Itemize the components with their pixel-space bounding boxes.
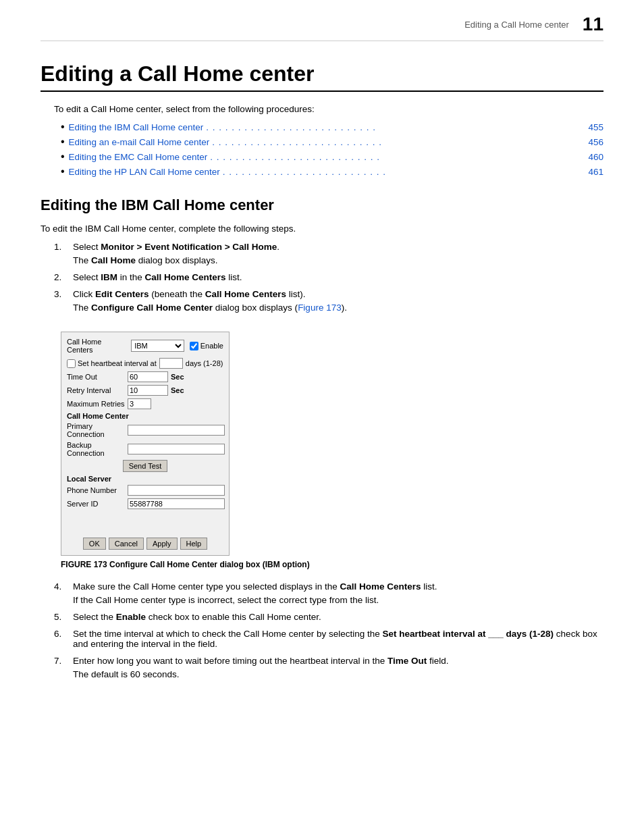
step-3-sub: The Configure Call Home Center dialog bo… <box>73 303 603 313</box>
phone-label: Phone Number <box>67 486 128 494</box>
remaining-steps: 4. Make sure the Call Home center type y… <box>54 581 603 679</box>
toc-link-4[interactable]: Editing the HP LAN Call Home center <box>69 167 220 177</box>
page-number: 11 <box>583 14 603 35</box>
section-title: Editing the IBM Call Home center <box>41 197 603 214</box>
step-5-text: Select the Enable check box to enable th… <box>73 612 321 622</box>
local-server-label: Local Server <box>67 475 223 483</box>
toc-page-2: 456 <box>583 137 603 147</box>
step-4-body: Make sure the Call Home center type you … <box>73 581 603 605</box>
step-3: 3. Click Edit Centers (beneath the Call … <box>54 289 603 313</box>
enable-checkbox[interactable] <box>190 342 198 350</box>
dialog-container: Call Home Centers IBM Enable Set heartbe… <box>61 332 310 569</box>
call-home-centers-select[interactable]: IBM <box>131 340 184 352</box>
call-home-center-section-label: Call Home Center <box>67 412 223 420</box>
toc-item-2[interactable]: • Editing an e-mail Call Home center . .… <box>61 136 603 148</box>
enable-label: Enable <box>200 342 223 350</box>
server-id-input[interactable] <box>128 498 225 509</box>
backup-label: Backup Connection <box>67 441 128 457</box>
toc-item-3[interactable]: • Editing the EMC Call Home center . . .… <box>61 151 603 163</box>
intro-text: To edit a Call Home center, select from … <box>54 104 603 114</box>
enable-checkbox-row: Enable <box>190 342 223 350</box>
figure-link[interactable]: Figure 173 <box>298 303 342 313</box>
section-intro: To edit the IBM Call Home center, comple… <box>41 224 603 234</box>
step-6-text: Set the time interval at which to check … <box>73 629 597 649</box>
help-button[interactable]: Help <box>180 538 208 550</box>
ok-button[interactable]: OK <box>83 538 106 550</box>
send-test-row: Send Test <box>67 460 223 472</box>
max-retries-row: Maximum Retries <box>67 398 223 409</box>
phone-row: Phone Number <box>67 485 223 496</box>
call-home-centers-label: Call Home Centers <box>67 338 128 354</box>
heartbeat-checkbox[interactable] <box>67 359 76 368</box>
timeout-row: Time Out Sec <box>67 371 223 382</box>
dialog-header-row: Call Home Centers IBM Enable <box>67 338 223 354</box>
retry-input[interactable] <box>128 385 168 396</box>
backup-connection-row: Backup Connection <box>67 441 223 457</box>
retry-row: Retry Interval Sec <box>67 385 223 396</box>
step-2-text: Select IBM in the Call Home Centers list… <box>73 272 242 282</box>
apply-button[interactable]: Apply <box>146 538 178 550</box>
step-2: 2. Select IBM in the Call Home Centers l… <box>54 272 603 282</box>
primary-label: Primary Connection <box>67 422 128 438</box>
step-1-sub: The Call Home dialog box displays. <box>73 255 603 265</box>
heartbeat-label: Set heartbeat interval at <box>78 359 157 367</box>
steps-list: 1. Select Monitor > Event Notification >… <box>54 242 603 313</box>
toc-link-3[interactable]: Editing the EMC Call Home center <box>69 152 208 162</box>
step-2-body: Select IBM in the Call Home Centers list… <box>73 272 603 282</box>
heartbeat-input[interactable] <box>159 358 183 369</box>
figure-caption-text: FIGURE 173 Configure Call Home Center di… <box>61 560 310 569</box>
step-7-text: Enter how long you want to wait before t… <box>73 656 449 666</box>
figure-caption: FIGURE 173 Configure Call Home Center di… <box>61 560 310 569</box>
cancel-button[interactable]: Cancel <box>109 538 144 550</box>
toc-dots-4: . . . . . . . . . . . . . . . . . . . . … <box>223 167 581 177</box>
primary-connection-row: Primary Connection <box>67 422 223 438</box>
step-1: 1. Select Monitor > Event Notification >… <box>54 242 603 265</box>
heartbeat-row: Set heartbeat interval at days (1-28) <box>67 358 223 369</box>
toc-bullet-3: • <box>61 151 65 163</box>
step-3-text: Click Edit Centers (beneath the Call Hom… <box>73 289 305 299</box>
step-1-body: Select Monitor > Event Notification > Ca… <box>73 242 603 265</box>
retry-label: Retry Interval <box>67 386 128 394</box>
step-6-number: 6. <box>54 629 73 649</box>
max-retries-label: Maximum Retries <box>67 400 128 408</box>
toc-page-1: 455 <box>583 122 603 132</box>
step-4-text: Make sure the Call Home center type you … <box>73 581 437 592</box>
page-header: Editing a Call Home center 11 <box>41 14 603 41</box>
step-2-number: 2. <box>54 272 73 282</box>
send-test-button[interactable]: Send Test <box>123 460 168 472</box>
toc-list: • Editing the IBM Call Home center . . .… <box>61 121 603 178</box>
toc-bullet-4: • <box>61 165 65 178</box>
retry-unit: Sec <box>171 386 184 394</box>
phone-input[interactable] <box>128 485 225 496</box>
primary-input[interactable] <box>128 425 225 436</box>
step-4-number: 4. <box>54 581 73 605</box>
server-id-row: Server ID <box>67 498 223 509</box>
dialog-button-row: OK Cancel Apply Help <box>67 538 223 550</box>
toc-item-4[interactable]: • Editing the HP LAN Call Home center . … <box>61 165 603 178</box>
max-retries-input[interactable] <box>128 398 151 409</box>
header-section-title: Editing a Call Home center <box>464 20 569 30</box>
toc-link-2[interactable]: Editing an e-mail Call Home center <box>69 137 210 147</box>
toc-bullet-2: • <box>61 136 65 148</box>
toc-link-1[interactable]: Editing the IBM Call Home center <box>69 122 204 132</box>
step-6-body: Set the time interval at which to check … <box>73 629 603 649</box>
step-1-text: Select Monitor > Event Notification > Ca… <box>73 242 279 252</box>
step-6: 6. Set the time interval at which to che… <box>54 629 603 649</box>
server-id-label: Server ID <box>67 500 128 508</box>
timeout-input[interactable] <box>128 371 168 382</box>
configure-dialog: Call Home Centers IBM Enable Set heartbe… <box>61 332 230 556</box>
step-7-sub: The default is 60 seconds. <box>73 669 603 679</box>
toc-dots-1: . . . . . . . . . . . . . . . . . . . . … <box>206 122 581 132</box>
step-5-number: 5. <box>54 612 73 622</box>
toc-dots-3: . . . . . . . . . . . . . . . . . . . . … <box>210 152 581 162</box>
toc-page-3: 460 <box>583 152 603 162</box>
step-4-sub: If the Call Home center type is incorrec… <box>73 595 603 605</box>
toc-dots-2: . . . . . . . . . . . . . . . . . . . . … <box>212 137 581 147</box>
backup-input[interactable] <box>128 444 225 454</box>
toc-page-4: 461 <box>583 167 603 177</box>
step-4: 4. Make sure the Call Home center type y… <box>54 581 603 605</box>
step-7-number: 7. <box>54 656 73 679</box>
toc-bullet-1: • <box>61 121 65 133</box>
toc-item-1[interactable]: • Editing the IBM Call Home center . . .… <box>61 121 603 133</box>
step-7: 7. Enter how long you want to wait befor… <box>54 656 603 679</box>
